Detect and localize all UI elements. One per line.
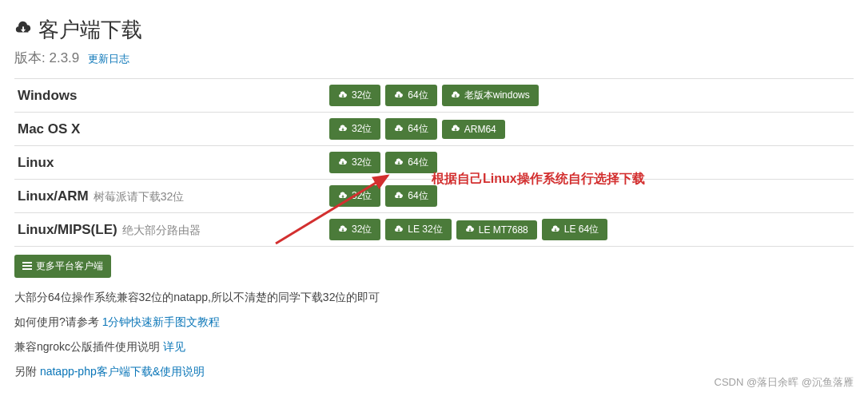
download-button[interactable]: 老版本windows: [442, 85, 539, 106]
cloud-download-icon: [14, 18, 32, 42]
cloud-download-icon: [338, 191, 348, 202]
download-button-label: 32位: [352, 122, 372, 136]
download-button[interactable]: 32位: [329, 219, 380, 240]
more-platforms-button[interactable]: 更多平台客户端: [14, 255, 111, 278]
download-table: Windows32位64位老版本windowsMac OS X32位64位ARM…: [14, 78, 854, 247]
os-name: Windows: [18, 88, 77, 103]
download-button-label: 64位: [408, 156, 428, 169]
note-howto: 如何使用?请参考 1分钟快速新手图文教程: [14, 314, 854, 331]
cloud-download-icon: [338, 224, 348, 236]
cloud-download-icon: [551, 224, 560, 236]
download-button-label: LE MT7688: [479, 224, 528, 236]
download-button-label: ARM64: [464, 124, 496, 135]
svg-rect-0: [22, 262, 32, 263]
download-button-label: 64位: [408, 89, 428, 102]
os-subtitle: 树莓派请下载32位: [94, 190, 185, 203]
cloud-download-icon: [338, 124, 348, 135]
download-button-label: LE 32位: [408, 223, 442, 236]
os-cell: Linux/ARM树莓派请下载32位: [14, 180, 326, 213]
watermark: CSDN @落日余晖 @沉鱼落雁: [715, 375, 854, 390]
svg-rect-2: [22, 268, 32, 270]
os-cell: Mac OS X: [14, 113, 326, 146]
changelog-link[interactable]: 更新日志: [88, 53, 129, 65]
note-compat: 大部分64位操作系统兼容32位的natapp,所以不清楚的同学下载32位的即可: [14, 289, 854, 306]
ngrokc-detail-link[interactable]: 详见: [163, 340, 185, 353]
version-line: 版本: 2.3.9 更新日志: [14, 49, 854, 67]
buttons-cell: 32位64位: [326, 146, 854, 180]
download-button-label: 32位: [352, 223, 372, 236]
buttons-cell: 32位64位: [326, 180, 854, 213]
buttons-cell: 32位LE 32位LE MT7688LE 64位: [326, 213, 854, 247]
list-icon: [22, 261, 32, 272]
more-platforms-label: 更多平台客户端: [36, 259, 103, 273]
download-button[interactable]: ARM64: [442, 120, 505, 139]
download-button[interactable]: 64位: [385, 118, 436, 140]
version-number: 2.3.9: [49, 50, 79, 65]
cloud-download-icon: [394, 224, 404, 236]
page-title: 客户端下载: [14, 16, 854, 44]
notes-section: 大部分64位操作系统兼容32位的natapp,所以不清楚的同学下载32位的即可 …: [14, 289, 854, 380]
download-button-label: 64位: [408, 189, 428, 203]
os-name: Linux/ARM: [18, 188, 89, 204]
download-button-label: 32位: [352, 156, 372, 169]
table-row: Linux32位64位: [14, 146, 854, 180]
os-name: Linux/MIPS(LE): [18, 222, 117, 237]
table-row: Linux/MIPS(LE)绝大部分路由器32位LE 32位LE MT7688L…: [14, 213, 854, 247]
download-button-label: 32位: [352, 189, 372, 203]
cloud-download-icon: [338, 157, 348, 168]
os-name: Linux: [18, 155, 54, 170]
cloud-download-icon: [338, 90, 348, 101]
table-row: Mac OS X32位64位ARM64: [14, 113, 854, 146]
os-subtitle: 绝大部分路由器: [122, 224, 201, 236]
download-button[interactable]: LE 32位: [385, 219, 451, 240]
download-button[interactable]: 32位: [329, 118, 380, 140]
buttons-cell: 32位64位ARM64: [326, 113, 854, 146]
cloud-download-icon: [451, 124, 460, 135]
cloud-download-icon: [394, 157, 404, 168]
download-button[interactable]: 64位: [385, 85, 436, 106]
download-button[interactable]: 32位: [329, 152, 380, 173]
cloud-download-icon: [465, 224, 475, 236]
buttons-cell: 32位64位老版本windows: [326, 79, 854, 113]
download-button[interactable]: 64位: [385, 152, 436, 173]
download-button[interactable]: LE 64位: [542, 219, 607, 240]
cloud-download-icon: [394, 90, 404, 101]
download-button-label: LE 64位: [564, 223, 599, 236]
cloud-download-icon: [394, 124, 404, 135]
note-ngrokc: 兼容ngrokc公版插件使用说明 详见: [14, 339, 854, 355]
download-button-label: 32位: [352, 89, 372, 102]
os-cell: Windows: [14, 79, 326, 113]
cloud-download-icon: [394, 191, 404, 202]
download-button[interactable]: 32位: [329, 185, 380, 207]
download-button[interactable]: 32位: [329, 85, 380, 106]
version-label: 版本:: [14, 50, 46, 65]
os-name: Mac OS X: [18, 121, 80, 137]
natapp-php-link[interactable]: natapp-php客户端下载&使用说明: [40, 365, 205, 378]
cloud-download-icon: [451, 90, 460, 101]
download-button-label: 64位: [408, 122, 428, 136]
svg-rect-1: [22, 265, 32, 267]
table-row: Windows32位64位老版本windows: [14, 79, 854, 113]
os-cell: Linux: [14, 146, 326, 180]
tutorial-link[interactable]: 1分钟快速新手图文教程: [102, 315, 221, 328]
table-row: Linux/ARM树莓派请下载32位32位64位: [14, 180, 854, 213]
os-cell: Linux/MIPS(LE)绝大部分路由器: [14, 213, 326, 247]
download-button[interactable]: 64位: [385, 185, 436, 207]
page-title-text: 客户端下载: [38, 16, 142, 44]
download-button-label: 老版本windows: [464, 89, 530, 102]
download-button[interactable]: LE MT7688: [456, 220, 537, 240]
